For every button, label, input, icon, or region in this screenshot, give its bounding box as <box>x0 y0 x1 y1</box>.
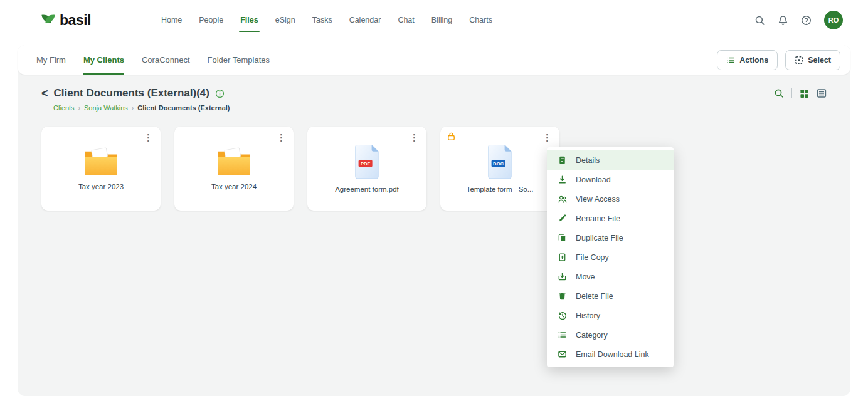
kebab-menu-icon[interactable]: ⋮ <box>139 131 158 145</box>
file-card[interactable]: ⋮ PDF Agreement form.pdf <box>307 127 426 211</box>
menu-item-label: Email Download Link <box>576 350 649 359</box>
nav-item-people[interactable]: People <box>199 12 223 28</box>
tab-coraconnect[interactable]: CoraConnect <box>142 45 190 75</box>
title-block: < Client Documents (External)(4) Clients… <box>41 87 230 112</box>
kebab-menu-icon[interactable]: ⋮ <box>537 131 557 145</box>
menu-item-label: History <box>576 311 600 320</box>
file-name: Tax year 2023 <box>78 183 124 190</box>
menu-item-view-access[interactable]: View Access <box>547 189 674 209</box>
folder-icon <box>83 147 119 176</box>
select-button[interactable]: Select <box>785 50 840 70</box>
breadcrumb-clients[interactable]: Clients <box>53 104 75 112</box>
menu-item-duplicate-file[interactable]: Duplicate File <box>547 228 674 247</box>
file-name: Agreement form.pdf <box>335 185 399 193</box>
menu-item-move[interactable]: Move <box>547 267 674 286</box>
pencil-icon <box>557 214 568 223</box>
breadcrumb-sonja-watkins[interactable]: Sonja Watkins <box>84 104 128 112</box>
menu-item-label: Rename File <box>576 214 620 223</box>
nav-item-esign[interactable]: eSign <box>275 12 295 28</box>
title-row: < Client Documents (External)(4) <box>41 87 230 100</box>
page-head: < Client Documents (External)(4) Clients… <box>41 87 827 112</box>
nav-item-charts[interactable]: Charts <box>469 12 492 28</box>
doc-file-icon: DOC <box>486 145 514 179</box>
details-icon <box>557 155 568 165</box>
nav-item-billing[interactable]: Billing <box>431 12 452 28</box>
lock-icon <box>447 132 456 141</box>
basil-logo[interactable]: basil <box>40 12 91 29</box>
help-icon[interactable] <box>801 15 812 26</box>
menu-item-category[interactable]: Category <box>547 325 674 345</box>
menu-item-details[interactable]: Details <box>547 150 674 170</box>
nav-item-home[interactable]: Home <box>161 12 182 28</box>
breadcrumb-separator: › <box>132 105 134 112</box>
top-header: basil Home People Files eSign Tasks Cale… <box>0 0 868 40</box>
basil-leaf-icon <box>40 13 56 28</box>
duplicate-icon <box>557 233 568 242</box>
doc-badge: DOC <box>493 160 504 166</box>
tab-my-firm[interactable]: My Firm <box>36 45 66 75</box>
folder-card[interactable]: ⋮ Tax year 2023 <box>41 127 161 211</box>
avatar[interactable]: RO <box>824 11 843 29</box>
app-root: basil Home People Files eSign Tasks Cale… <box>0 0 868 396</box>
pdf-file-icon: PDF <box>353 145 381 179</box>
actions-button[interactable]: Actions <box>717 50 778 70</box>
menu-item-label: Category <box>576 331 608 340</box>
nav-item-tasks[interactable]: Tasks <box>312 12 332 28</box>
move-icon <box>557 272 568 281</box>
select-marquee-icon <box>795 56 803 65</box>
page-title: Client Documents (External)(4) <box>54 87 209 100</box>
search-icon[interactable] <box>754 15 765 26</box>
file-context-menu: Details Download View Access Rename File <box>547 147 674 367</box>
nav-item-files[interactable]: Files <box>240 12 258 28</box>
menu-item-email-download-link[interactable]: Email Download Link <box>547 345 674 364</box>
menu-item-label: Details <box>576 156 600 165</box>
tabbar-buttons: Actions Select <box>717 50 840 70</box>
menu-item-label: View Access <box>576 195 620 204</box>
kebab-menu-icon[interactable]: ⋮ <box>405 131 424 145</box>
brand-name: basil <box>60 12 91 29</box>
download-icon <box>557 175 568 184</box>
info-icon[interactable] <box>215 89 225 98</box>
menu-item-rename-file[interactable]: Rename File <box>547 209 674 228</box>
email-icon <box>557 350 568 359</box>
file-name: Tax year 2024 <box>211 183 257 190</box>
people-icon <box>557 194 568 204</box>
actions-button-label: Actions <box>739 56 768 65</box>
back-chevron-icon[interactable]: < <box>41 88 48 99</box>
folder-card[interactable]: ⋮ Tax year 2024 <box>174 127 294 211</box>
menu-item-delete-file[interactable]: Delete File <box>547 286 674 306</box>
category-icon <box>557 330 568 340</box>
file-name: Template form - So... <box>467 185 534 193</box>
bell-icon[interactable] <box>778 15 788 26</box>
trash-icon <box>557 291 568 301</box>
select-button-label: Select <box>808 56 831 65</box>
menu-item-history[interactable]: History <box>547 306 674 325</box>
menu-item-label: Move <box>576 273 595 281</box>
search-icon[interactable] <box>774 88 784 98</box>
tab-my-clients[interactable]: My Clients <box>83 45 124 75</box>
breadcrumb: Clients › Sonja Watkins › Client Documen… <box>53 104 230 112</box>
menu-item-label: Download <box>576 175 611 184</box>
header-icons: RO <box>754 11 843 29</box>
nav-item-chat[interactable]: Chat <box>398 12 414 28</box>
folder-icon <box>216 147 252 176</box>
file-grid: ⋮ Tax year 2023 ⋮ <box>41 127 850 211</box>
content-shell: My Firm My Clients CoraConnect Folder Te… <box>18 45 850 396</box>
actions-list-icon <box>726 56 735 65</box>
file-copy-icon <box>557 252 568 262</box>
grid-view-icon[interactable] <box>800 89 809 98</box>
list-view-icon[interactable] <box>817 88 827 98</box>
divider <box>791 88 792 98</box>
menu-item-download[interactable]: Download <box>547 170 674 189</box>
menu-item-label: Delete File <box>576 292 613 301</box>
tab-folder-templates[interactable]: Folder Templates <box>208 45 270 75</box>
files-tabbar: My Firm My Clients CoraConnect Folder Te… <box>18 45 850 75</box>
nav-item-calendar[interactable]: Calendar <box>349 12 381 28</box>
main-nav: Home People Files eSign Tasks Calendar C… <box>161 12 492 28</box>
menu-item-file-copy[interactable]: File Copy <box>547 247 674 267</box>
kebab-menu-icon[interactable]: ⋮ <box>272 131 291 145</box>
breadcrumb-separator: › <box>78 105 80 112</box>
menu-item-label: File Copy <box>576 253 609 262</box>
menu-item-label: Duplicate File <box>576 234 623 242</box>
file-card[interactable]: ⋮ DOC Template form - So... <box>440 127 559 211</box>
